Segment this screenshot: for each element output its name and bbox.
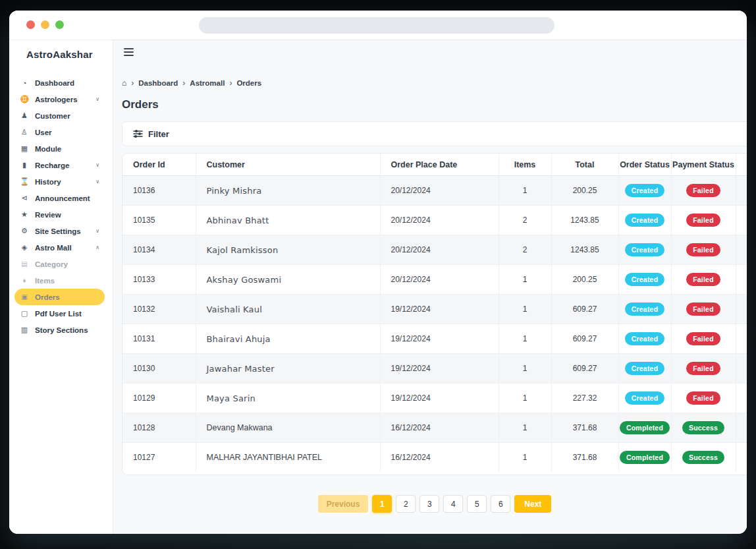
payment-status-badge: Failed (686, 391, 720, 405)
pagination-page-1[interactable]: 1 (372, 495, 392, 513)
sidebar-item-recharge[interactable]: ▮Recharge∨ (14, 157, 105, 173)
items-count-cell: 2 (499, 235, 551, 265)
sidebar-item-label: Recharge (35, 161, 69, 169)
order-id-cell: 10134 (122, 235, 196, 265)
sidebar-item-customer[interactable]: ♟Customer (14, 107, 105, 124)
sidebar-nav: ◔Dashboard♊Astrologers∨♟Customer♙User▦Mo… (9, 74, 113, 338)
breadcrumb-separator-icon: › (229, 78, 232, 88)
extra-cell (736, 384, 747, 413)
customer-name: Pinky Mishra (207, 186, 262, 196)
pagination-page-6[interactable]: 6 (491, 495, 510, 513)
order-status-badge: Created (625, 243, 665, 256)
story-sections-icon: ▥ (20, 326, 29, 334)
order-id-cell: 10135 (122, 206, 196, 235)
extra-cell (736, 324, 747, 354)
zoom-window-button[interactable] (55, 20, 64, 29)
breadcrumb-item-astromall[interactable]: Astromall (190, 79, 225, 87)
customer-cell: Abhinav Bhatt (196, 206, 380, 235)
sidebar-item-orders[interactable]: ▣Orders (14, 289, 105, 305)
sidebar-item-astro-mall[interactable]: ◈Astro Mall∧ (14, 239, 105, 256)
pagination-page-4[interactable]: 4 (443, 495, 463, 513)
pagination-next-button[interactable]: Next (514, 495, 551, 513)
column-header-extra (736, 154, 747, 176)
pagination-previous-button[interactable]: Previous (318, 495, 369, 513)
order-date-cell: 16/12/2024 (380, 413, 499, 443)
order-status-badge: Created (625, 273, 665, 286)
traffic-lights (26, 20, 64, 29)
sidebar-item-label: Astrologers (35, 96, 78, 103)
order-date-cell: 20/12/2024 (380, 176, 499, 206)
close-window-button[interactable] (26, 20, 35, 29)
sidebar-item-astrologers[interactable]: ♊Astrologers∨ (14, 91, 105, 107)
pdf-user-list-icon: ▢ (20, 309, 29, 318)
home-icon[interactable]: ⌂ (122, 78, 126, 88)
app-body: AstroAakshar ◔Dashboard♊Astrologers∨♟Cus… (9, 40, 747, 534)
order-id-cell: 10131 (122, 324, 196, 354)
order-status-badge: Completed (620, 421, 670, 434)
orders-table-card: Order IdCustomerOrder Place DateItemsTot… (122, 153, 747, 475)
sidebar-item-label: History (35, 178, 61, 186)
pagination-page-5[interactable]: 5 (467, 495, 487, 513)
payment-status-badge: Failed (686, 214, 720, 227)
extra-cell (736, 354, 747, 384)
history-icon: ⌛ (20, 177, 29, 186)
order-status-badge: Created (625, 391, 665, 405)
address-bar[interactable] (199, 17, 554, 34)
sidebar-item-history[interactable]: ⌛History∨ (14, 173, 105, 190)
sidebar-item-site-settings[interactable]: ⚙Site Settings∨ (14, 223, 105, 239)
order-status-cell: Created (618, 206, 671, 235)
table-row: 10131Bhairavi Ahuja19/12/20241609.27Crea… (122, 324, 747, 354)
chevron-down-icon: ∨ (95, 162, 99, 168)
minimize-window-button[interactable] (41, 20, 49, 29)
total-cell: 227.32 (551, 384, 618, 413)
dashboard-icon: ◔ (20, 79, 29, 87)
breadcrumb-item-orders[interactable]: Orders (236, 79, 261, 87)
sidebar-item-module[interactable]: ▦Module (14, 140, 105, 157)
breadcrumb-separator-icon: › (131, 78, 134, 88)
order-id-cell: 10132 (122, 295, 196, 324)
order-id-cell: 10128 (122, 413, 196, 443)
sidebar-item-label: Story Sections (35, 326, 88, 334)
payment-status-cell: Failed (671, 235, 736, 265)
items-count-cell: 1 (499, 354, 551, 384)
sidebar-item-review[interactable]: ★Review (14, 206, 105, 223)
menu-toggle-button[interactable] (124, 48, 134, 56)
order-status-cell: Created (618, 324, 671, 354)
order-status-badge: Created (625, 214, 665, 227)
column-header-order-id: Order Id (122, 154, 196, 176)
sidebar-item-user[interactable]: ♙User (14, 124, 105, 140)
order-id-cell: 10136 (122, 176, 196, 206)
filter-panel[interactable]: Filter (122, 121, 747, 146)
sidebar-item-items[interactable]: ♦Items (14, 272, 105, 289)
user-icon: ♙ (20, 128, 29, 136)
items-count-cell: 2 (499, 206, 551, 235)
sidebar-item-label: Module (35, 145, 61, 153)
pagination-page-3[interactable]: 3 (419, 495, 439, 513)
customer-cell: Vaishali Kaul (196, 295, 380, 324)
sidebar-item-dashboard[interactable]: ◔Dashboard (14, 74, 105, 91)
sidebar-item-announcement[interactable]: ⊲Announcement (14, 190, 105, 206)
site-settings-icon: ⚙ (20, 227, 29, 235)
customer-name: Bhairavi Ahuja (207, 334, 271, 344)
sidebar-item-story-sections[interactable]: ▥Story Sections (14, 322, 105, 338)
order-date-cell: 20/12/2024 (380, 265, 499, 295)
pagination-page-2[interactable]: 2 (396, 495, 416, 513)
total-cell: 1243.85 (551, 206, 618, 235)
order-status-badge: Created (625, 303, 665, 316)
payment-status-cell: Success (671, 413, 736, 443)
orders-icon: ▣ (20, 293, 29, 301)
payment-status-badge: Success (682, 451, 724, 464)
sidebar-item-category[interactable]: ▤Category (14, 256, 105, 272)
sidebar-item-label: Pdf User List (35, 310, 82, 318)
customer-cell: Bhairavi Ahuja (196, 324, 380, 354)
customer-name: Kajol Ramkisson (207, 245, 279, 255)
order-id-cell: 10133 (122, 265, 196, 295)
customer-icon: ♟ (20, 111, 29, 120)
module-icon: ▦ (20, 144, 29, 153)
sidebar-item-pdf-user-list[interactable]: ▢Pdf User List (14, 305, 105, 322)
order-date-cell: 19/12/2024 (380, 295, 499, 324)
total-cell: 371.68 (551, 443, 618, 473)
column-header-total: Total (551, 154, 618, 176)
order-status-cell: Created (618, 235, 671, 265)
breadcrumb-item-dashboard[interactable]: Dashboard (138, 79, 178, 87)
